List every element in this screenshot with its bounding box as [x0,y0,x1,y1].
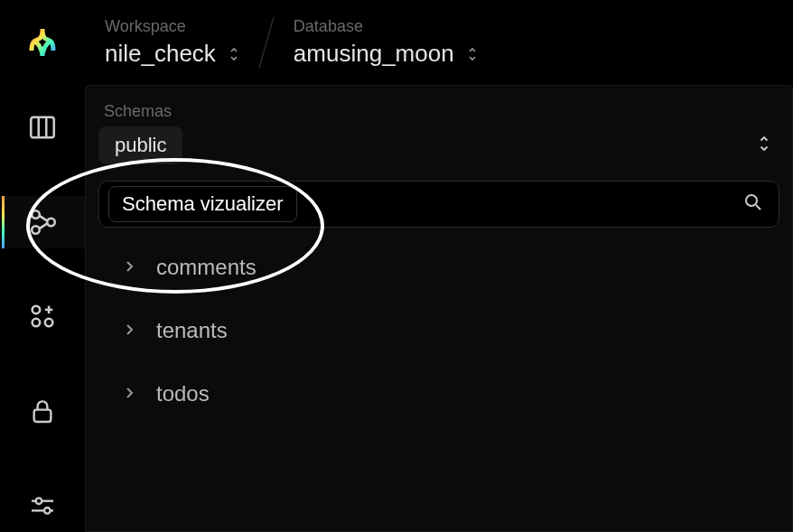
svg-point-14 [36,498,42,504]
nav-rail [0,0,85,532]
tooltip: Schema vizualizer [108,186,297,222]
tooltip-text: Schema vizualizer [122,192,284,215]
workspace-label: Workspace [105,17,239,36]
search-input[interactable]: Schema vizualizer [98,181,779,228]
svg-point-6 [33,306,41,314]
breadcrumb-bar: Workspace nile_check Database amusing_mo… [85,0,793,85]
table-row[interactable]: tenants [124,318,779,343]
workspace-value: nile_check [105,40,216,68]
table-name: comments [156,255,257,280]
nav-columns[interactable] [0,101,85,154]
database-selector[interactable]: Database amusing_moon [294,17,478,68]
table-row[interactable]: todos [124,381,779,406]
schema-visualizer-icon [28,207,59,238]
nav-add-modules[interactable] [0,290,85,343]
svg-point-7 [33,319,41,327]
table-name: tenants [156,318,228,343]
chevron-right-icon [124,385,135,404]
schema-panel: Schemas public Schema vizualizer [85,85,793,532]
app-logo[interactable] [23,20,62,60]
nav-schema-visualizer[interactable] [0,196,85,249]
svg-point-3 [32,210,40,219]
svg-point-4 [32,226,40,234]
svg-point-8 [45,319,53,327]
schemas-label: Schemas [104,102,779,121]
columns-icon [27,112,58,143]
breadcrumb-divider [239,15,294,70]
sliders-icon [28,491,57,520]
svg-point-16 [746,195,757,206]
table-tree: comments tenants todos [98,255,779,406]
chevron-up-down-icon [229,46,239,62]
table-name: todos [156,381,210,406]
svg-line-17 [756,205,760,210]
search-icon [742,191,764,217]
database-label: Database [294,17,478,36]
chevron-up-down-icon [467,46,478,62]
chevron-up-down-icon[interactable] [758,134,779,157]
schema-chip-label: public [115,134,166,156]
table-row[interactable]: comments [124,255,779,280]
chevron-right-icon [124,322,135,341]
schema-chip[interactable]: public [98,126,182,164]
main-area: Workspace nile_check Database amusing_mo… [85,0,793,532]
svg-point-5 [47,219,55,227]
chevron-right-icon [124,258,135,277]
svg-rect-0 [31,117,54,138]
nav-security[interactable] [0,385,85,438]
lock-icon [28,397,57,425]
add-modules-icon [27,301,58,331]
svg-point-15 [44,508,51,514]
nav-settings[interactable] [0,479,85,532]
database-value: amusing_moon [294,40,454,68]
workspace-selector[interactable]: Workspace nile_check [105,17,239,68]
svg-rect-11 [34,410,51,422]
